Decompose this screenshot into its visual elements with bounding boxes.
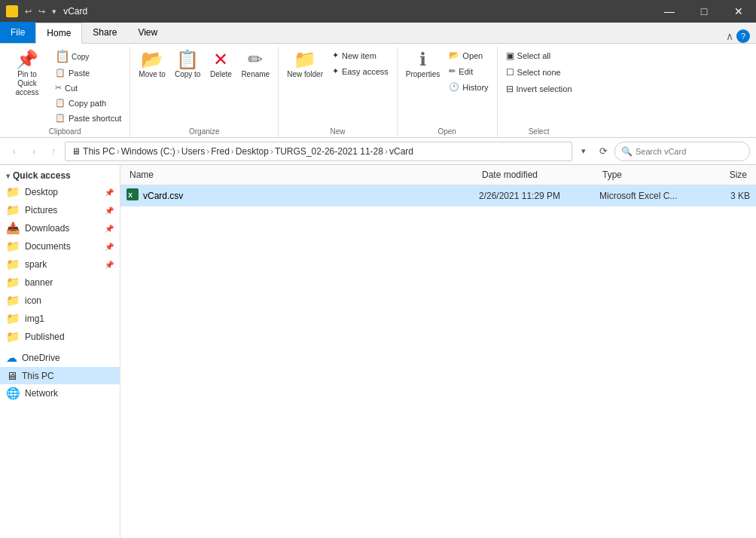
published-folder-icon: 📁 xyxy=(6,330,20,344)
addressbar-area: ‹ › ↑ 🖥 This PC › Windows (C:) › Users ›… xyxy=(0,138,756,165)
maximize-button[interactable]: □ xyxy=(687,0,721,23)
up-button[interactable]: ↑ xyxy=(45,143,62,160)
customize-btn[interactable]: ▾ xyxy=(50,7,59,17)
minimize-button[interactable]: — xyxy=(652,0,687,23)
address-segment: Fred xyxy=(211,146,230,157)
sidebar-item-img1[interactable]: 📁 img1 xyxy=(0,310,120,328)
excel-icon: X xyxy=(127,188,139,203)
pictures-folder-icon: 📁 xyxy=(6,203,20,217)
ribbon-group-select: ▣ Select all ☐ Select none ⊟ Invert sele… xyxy=(498,47,581,137)
column-header-name[interactable]: Name xyxy=(127,168,479,182)
sidebar-item-documents[interactable]: 📁 Documents 📌 xyxy=(0,237,120,255)
forward-button[interactable]: › xyxy=(26,143,42,160)
file-area: Name Date modified Type Size X vCard.csv… xyxy=(120,165,756,538)
paste-button[interactable]: 📋 Paste xyxy=(51,66,125,80)
sidebar-item-onedrive[interactable]: ☁ OneDrive xyxy=(0,349,120,367)
back-button[interactable]: ‹ xyxy=(6,143,23,160)
quick-access-header[interactable]: ▾ Quick access xyxy=(0,168,120,183)
refresh-btn[interactable]: ⟳ xyxy=(595,143,611,160)
file-date-cell: 2/26/2021 11:29 PM xyxy=(479,191,599,201)
delete-icon: ✕ xyxy=(213,50,228,69)
undo-btn[interactable]: ↩ xyxy=(23,7,34,17)
copy-to-button[interactable]: 📋 Copy to xyxy=(171,48,204,81)
clipboard-label: Clipboard xyxy=(0,127,130,136)
sidebar-item-desktop[interactable]: 📁 Desktop 📌 xyxy=(0,183,120,201)
select-all-button[interactable]: ▣ Select all xyxy=(502,48,576,63)
help-btn[interactable]: ? xyxy=(736,29,750,43)
tab-share[interactable]: Share xyxy=(82,22,127,43)
address-bar[interactable]: 🖥 This PC › Windows (C:) › Users › Fred … xyxy=(65,142,572,161)
open-label: Open xyxy=(398,127,497,136)
address-segment: 🖥 This PC xyxy=(72,146,115,157)
banner-folder-icon: 📁 xyxy=(6,276,20,289)
file-type-cell: Microsoft Excel C... xyxy=(599,191,697,201)
cut-button[interactable]: ✂ Cut xyxy=(51,81,125,95)
pin-to-quick-access-button[interactable]: 📌 Pin to Quick access xyxy=(5,48,50,99)
new-item-button[interactable]: ✦ New item xyxy=(328,48,392,63)
sidebar: ▾ Quick access 📁 Desktop 📌 📁 Pictures 📌 … xyxy=(0,165,120,538)
properties-button[interactable]: ℹ Properties xyxy=(402,48,444,81)
file-name-cell: X vCard.csv xyxy=(127,188,479,203)
address-segment: Desktop xyxy=(236,146,269,157)
search-bar[interactable]: 🔍 xyxy=(614,142,750,161)
title-bar: ↩ ↪ ▾ vCard — □ ✕ xyxy=(0,0,756,23)
address-segment: vCard xyxy=(389,146,413,157)
sidebar-item-banner[interactable]: 📁 banner xyxy=(0,274,120,292)
search-icon: 🔍 xyxy=(621,146,633,157)
column-header-date[interactable]: Date modified xyxy=(479,168,599,182)
sidebar-item-spark[interactable]: 📁 spark 📌 xyxy=(0,255,120,274)
tab-file[interactable]: File xyxy=(0,22,35,43)
window-controls: — □ ✕ xyxy=(652,0,756,23)
svg-text:X: X xyxy=(128,191,133,199)
history-icon: 🕐 xyxy=(449,82,459,92)
ribbon-tabs: File Home Share View ∧ ? xyxy=(0,23,756,44)
open-button[interactable]: 📂 Open xyxy=(445,48,492,63)
redo-btn[interactable]: ↪ xyxy=(36,7,47,17)
paste-shortcut-button[interactable]: 📋 Paste shortcut xyxy=(51,111,125,125)
history-button[interactable]: 🕐 History xyxy=(445,80,492,94)
search-input[interactable] xyxy=(636,147,743,156)
address-dropdown-btn[interactable]: ▾ xyxy=(575,143,592,160)
sidebar-item-pictures[interactable]: 📁 Pictures 📌 xyxy=(0,201,120,219)
sidebar-item-icon[interactable]: 📁 icon xyxy=(0,292,120,310)
organize-label: Organize xyxy=(130,127,278,136)
tab-view[interactable]: View xyxy=(127,22,168,43)
tab-home[interactable]: Home xyxy=(35,23,82,44)
select-content: ▣ Select all ☐ Select none ⊟ Invert sele… xyxy=(502,48,576,137)
props-icon: ℹ xyxy=(419,50,426,69)
rename-button[interactable]: ✏ Rename xyxy=(237,48,273,81)
ribbon-group-new: 📁 New folder ✦ New item ✦ Easy access Ne… xyxy=(279,47,398,137)
clipboard-content: 📌 Pin to Quick access 📋 Copy 📋 Paste ✂ C… xyxy=(5,48,125,137)
new-folder-button[interactable]: 📁 New folder xyxy=(283,48,327,81)
delete-button[interactable]: ✕ Delete xyxy=(206,48,236,81)
invert-selection-button[interactable]: ⊟ Invert selection xyxy=(502,81,576,96)
ribbon-collapse-btn[interactable]: ∧ xyxy=(726,30,733,42)
copy-path-button[interactable]: 📋 Copy path xyxy=(51,96,125,110)
select-none-button[interactable]: ☐ Select none xyxy=(502,65,576,80)
copy-button[interactable]: 📋 Copy xyxy=(51,48,125,65)
pin-indicator: 📌 xyxy=(105,261,114,269)
edit-button[interactable]: ✏ Edit xyxy=(445,64,492,78)
new-content: 📁 New folder ✦ New item ✦ Easy access xyxy=(283,48,392,137)
table-row[interactable]: X vCard.csv 2/26/2021 11:29 PM Microsoft… xyxy=(120,185,756,206)
paste-shortcut-icon: 📋 xyxy=(55,113,66,123)
close-button[interactable]: ✕ xyxy=(721,0,756,23)
sidebar-item-this-pc[interactable]: 🖥 This PC xyxy=(0,367,120,384)
onedrive-icon: ☁ xyxy=(6,351,17,365)
easy-access-button[interactable]: ✦ Easy access xyxy=(328,64,392,78)
sidebar-item-network[interactable]: 🌐 Network xyxy=(0,384,120,402)
ribbon-group-organize: 📂 Move to 📋 Copy to ✕ Delete ✏ Rename Or… xyxy=(130,47,279,137)
copy-icon: 📋 xyxy=(55,50,70,63)
organize-content: 📂 Move to 📋 Copy to ✕ Delete ✏ Rename xyxy=(135,48,273,137)
cut-icon: ✂ xyxy=(55,83,62,93)
pin-indicator: 📌 xyxy=(105,188,114,197)
column-header-type[interactable]: Type xyxy=(599,168,697,182)
spark-folder-icon: 📁 xyxy=(6,258,20,271)
column-header-size[interactable]: Size xyxy=(697,168,750,182)
sidebar-item-published[interactable]: 📁 Published xyxy=(0,328,120,346)
sidebar-item-downloads[interactable]: 📥 Downloads 📌 xyxy=(0,219,120,237)
quick-access-toolbar: ↩ ↪ ▾ xyxy=(23,7,59,17)
network-icon: 🌐 xyxy=(6,387,20,400)
open-icon: 📂 xyxy=(449,50,459,60)
move-to-button[interactable]: 📂 Move to xyxy=(135,48,169,81)
